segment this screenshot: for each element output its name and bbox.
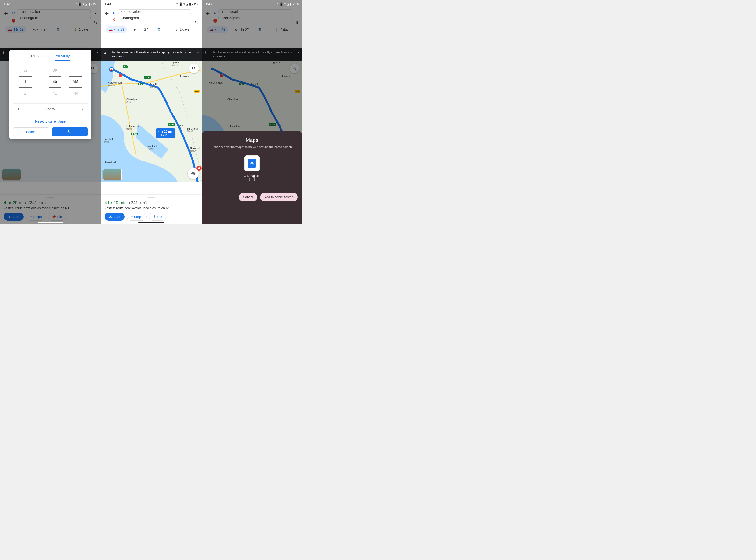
origin-input[interactable]: Your location (17, 9, 91, 14)
time-wheel[interactable]: 12 1 2 : 39 40 41 AM PM (9, 61, 92, 99)
dialog-set-button[interactable]: Set (52, 127, 88, 136)
place-narayanganj: Narayanganj (208, 81, 223, 84)
route-bottom-sheet[interactable]: 4 hr 29 min (241 km) Fastest route now, … (101, 195, 202, 224)
street-view-thumbnail[interactable] (103, 169, 122, 180)
tab-arrive[interactable]: Arrive by (55, 54, 71, 61)
mode-motorcycle[interactable]: 🏍 4 hr 27 (131, 26, 151, 33)
pin-button[interactable]: 📌Pin (48, 213, 66, 221)
signal-icon: ◢ (287, 2, 289, 6)
place-udaipur: Udaipur (180, 75, 189, 78)
wifi-icon: ▾ (284, 2, 286, 6)
steps-button[interactable]: ≡ Steps (127, 213, 146, 221)
place-mirsharai: Mirsharaiমীরসরাই (187, 127, 198, 133)
offline-banner[interactable]: Tap to download offline directions for s… (101, 48, 202, 61)
status-indicators: ⌖ 📳 ▾ ◢ ▮ 71% (176, 2, 198, 6)
steps-button[interactable]: ≡Steps (26, 213, 45, 221)
overflow-menu-button[interactable]: ⋮ (294, 11, 300, 16)
screen-widget-prompt: 1:43 ⌖ 📳 ▾ ◢ ▮ 71% ⬤ Your location Chatt… (202, 0, 302, 224)
mode-transit[interactable]: 🚆— (255, 26, 269, 33)
back-button[interactable] (2, 9, 10, 18)
date-label[interactable]: Today (46, 107, 55, 111)
battery-text: 71% (91, 2, 97, 6)
mode-drive[interactable]: 🚗4 hr 29 (207, 26, 228, 33)
mode-motorcycle[interactable]: 🏍4 hr 27 (231, 26, 252, 33)
time-picker-dialog: Depart at Arrive by 12 1 2 : 39 40 41 AM… (9, 50, 92, 139)
mode-walk[interactable]: 🚶 2 days (71, 26, 91, 33)
swap-button[interactable]: ⇅ (294, 20, 300, 24)
widget-preview[interactable] (244, 155, 260, 172)
date-prev-button[interactable]: ‹ (18, 106, 19, 111)
train-icon: 🚆 (258, 28, 262, 32)
back-button[interactable] (203, 9, 212, 18)
street-view-thumbnail[interactable] (2, 169, 21, 180)
tab-depart[interactable]: Depart at (30, 54, 47, 61)
route-callout[interactable]: 4 hr 29 min Tolls ⊘ (156, 128, 176, 138)
sheet-handle[interactable] (147, 197, 155, 198)
date-selector: ‹ Today › (13, 103, 88, 114)
directions-header: ⬤ Your location Chattogram ⋮ ⇅ 🚗4 hr 29 … (202, 8, 302, 36)
date-next-button[interactable]: › (82, 106, 83, 111)
start-button[interactable]: Start (104, 213, 125, 221)
start-button[interactable]: ▲Start (4, 213, 24, 221)
vibrate-icon: 📳 (280, 2, 283, 6)
download-icon: ⬇ (204, 51, 206, 55)
banner-close-button[interactable]: ✕ (197, 51, 199, 55)
overflow-menu-button[interactable]: ⋮ (92, 11, 99, 16)
battery-icon: ▮ (88, 2, 90, 6)
pin-button[interactable]: Pin (149, 213, 166, 221)
hour-wheel[interactable]: 12 1 2 (19, 67, 32, 97)
sheet-handle[interactable] (47, 197, 54, 198)
destination-pin-icon (113, 18, 116, 21)
banner-close-button[interactable]: ✕ (96, 51, 98, 55)
walk-icon: 🚶 (174, 27, 178, 31)
route-duration: 4 hr 29 min (4, 200, 26, 205)
place-agartala: Agartala (272, 61, 281, 64)
meridiem-wheel[interactable]: AM PM (69, 67, 82, 97)
mode-transit[interactable]: 🚆 — (154, 26, 168, 33)
destination-input[interactable]: Chattogram (218, 16, 292, 20)
banner-text: Tap to download offline directions for s… (112, 51, 191, 58)
mode-drive[interactable]: 🚗 4 hr 29 (106, 26, 127, 33)
map-search-button[interactable] (189, 63, 199, 73)
widget-cancel-button[interactable]: Cancel (239, 193, 257, 201)
route-distance: (241 km) (129, 200, 147, 205)
overflow-menu-button[interactable]: ⋮ (193, 11, 200, 16)
mode-motorcycle-label: 4 hr 27 (138, 27, 148, 31)
status-bar: 1:43 ⌖ 📳 ▾ ◢ ▮ 71% (101, 0, 202, 8)
origin-input[interactable]: Your location (118, 9, 191, 14)
widget-name: Chattogram (206, 174, 298, 178)
minute-wheel[interactable]: 39 40 41 (48, 67, 61, 97)
swap-button[interactable] (193, 20, 200, 24)
road-closure-icon (219, 74, 223, 78)
train-icon: 🚆 (157, 27, 161, 31)
banner-close-button[interactable]: ✕ (298, 51, 300, 55)
origin-marker-icon: 🚗 (109, 67, 114, 72)
mode-walk[interactable]: 🚶2 days (272, 26, 293, 33)
mode-walk[interactable]: 🚶 2 days (172, 26, 192, 33)
route-bottom-sheet[interactable]: 4 hr 29 min (241 km) Fastest route now, … (0, 195, 101, 224)
mode-transit-label: — (61, 27, 65, 31)
location-icon: ⌖ (75, 2, 77, 6)
widget-add-button[interactable]: Add to home screen (260, 193, 298, 201)
map-search-button[interactable]: 🔍 (290, 63, 300, 73)
mode-transit[interactable]: 🚆 — (53, 26, 67, 33)
my-location-button[interactable] (187, 168, 199, 179)
swap-button[interactable] (92, 20, 99, 24)
origin-input[interactable]: Your location (218, 9, 292, 14)
route-distance: (241 km) (28, 200, 46, 205)
map-view[interactable]: Agartalaআগরতলা Narayanganjনারায়ণগঞ্জ Cu… (101, 61, 202, 182)
destination-input[interactable]: Chattogram (118, 16, 191, 20)
travel-mode-row: 🚗 4 hr 29 🏍 4 hr 27 🚆 — 🚶 2 days (103, 24, 200, 35)
reset-time-link[interactable]: Reset to current time (9, 114, 92, 127)
mode-drive[interactable]: 🚗 4 hr 29 (5, 26, 26, 33)
signal-icon: ◢ (186, 2, 188, 6)
dialog-cancel-button[interactable]: Cancel (13, 127, 49, 136)
mode-motorcycle[interactable]: 🏍 4 hr 27 (29, 26, 50, 33)
back-button[interactable] (103, 9, 111, 18)
offline-banner[interactable]: ⬇ Tap to download offline directions for… (202, 48, 302, 61)
mode-motorcycle-label: 4 hr 27 (37, 27, 47, 31)
colon: : (40, 80, 41, 84)
location-icon: ⌖ (277, 2, 279, 6)
battery-text: 71% (293, 2, 299, 6)
destination-input[interactable]: Chattogram (17, 16, 91, 20)
